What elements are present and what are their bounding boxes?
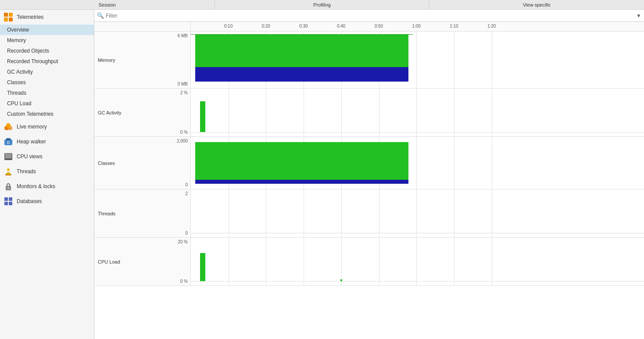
sidebar-section-threads[interactable]: Threads	[0, 164, 94, 179]
ruler-tick-030: 0:30	[299, 24, 308, 29]
sidebar-section-telemetries[interactable]: Telemetries	[0, 10, 94, 25]
svg-rect-22	[9, 202, 12, 205]
threads-y-max: 2	[185, 191, 188, 196]
memory-blue-fill	[195, 67, 408, 81]
svg-rect-8	[6, 138, 11, 140]
live-memory-label: Live memory	[17, 124, 47, 130]
monitors-label: Monitors & locks	[17, 183, 55, 189]
tab-view-specific[interactable]: View specific	[429, 0, 644, 9]
chart-label-gc: 2 % GC Activity 0 %	[94, 89, 191, 136]
cpu-load-row-name: CPU Load	[98, 259, 120, 264]
svg-rect-12	[5, 154, 11, 158]
monitors-icon	[4, 182, 13, 191]
cpu-load-y-max: 20 %	[178, 239, 188, 244]
chart-row-cpu-load: 20 % CPU Load 0 %	[94, 238, 644, 286]
svg-rect-16	[7, 168, 10, 171]
ruler-tick-040: 0:40	[337, 24, 345, 29]
svg-rect-0	[4, 13, 8, 17]
chart-row-classes: 2,000 Classes 0	[94, 137, 644, 189]
chart-label-cpu-load: 20 % CPU Load 0 %	[94, 238, 191, 285]
chart-canvas-cpu-load	[191, 238, 644, 285]
sidebar-item-cpu-load[interactable]: CPU Load	[0, 98, 94, 109]
svg-point-6	[6, 123, 11, 128]
ruler-tick-010: 0:10	[224, 24, 233, 29]
telemetries-label: Telemetries	[17, 14, 43, 20]
svg-rect-21	[4, 202, 8, 205]
databases-label: Databases	[17, 198, 42, 204]
databases-icon	[4, 196, 13, 206]
filter-input[interactable]	[106, 13, 636, 19]
chart-label-memory: 6 MB Memory 0 MB	[94, 32, 191, 88]
sidebar-section-databases[interactable]: Databases	[0, 194, 94, 209]
threads-baseline	[191, 233, 644, 233]
threads-y-min: 0	[185, 231, 188, 236]
threads-row-name: Threads	[98, 211, 115, 216]
chart-row-threads: 2 Threads 0	[94, 189, 644, 238]
gc-baseline	[191, 132, 644, 132]
svg-rect-3	[9, 18, 13, 21]
gc-spike	[200, 101, 205, 132]
svg-rect-14	[4, 153, 12, 154]
chart-row-memory: 6 MB Memory 0 MB	[94, 32, 644, 89]
memory-row-name: Memory	[98, 57, 115, 63]
svg-rect-20	[9, 197, 12, 201]
ruler-tick-100: 1:00	[412, 24, 420, 29]
cpu-views-icon	[4, 152, 13, 161]
classes-row-name: Classes	[98, 161, 115, 166]
tab-profiling[interactable]: Profiling	[215, 0, 430, 9]
ruler-tick-110: 1:10	[450, 24, 458, 29]
sidebar-item-gc-activity[interactable]: GC Activity	[0, 67, 94, 77]
gc-y-min: 0 %	[180, 130, 188, 135]
svg-rect-13	[5, 159, 11, 160]
chart-canvas-threads	[191, 189, 644, 237]
sidebar-section-cpu-views[interactable]: CPU views	[0, 149, 94, 164]
cpu-baseline	[191, 281, 644, 282]
svg-rect-1	[9, 13, 13, 17]
chart-label-classes: 2,000 Classes 0	[94, 137, 191, 189]
sidebar: Telemetries Overview Memory Recorded Obj…	[0, 10, 94, 339]
memory-top-line	[191, 34, 413, 35]
sidebar-section-monitors[interactable]: Monitors & locks	[0, 179, 94, 194]
ruler-label-col	[94, 22, 191, 31]
chart-label-threads: 2 Threads 0	[94, 189, 191, 237]
main-area: Telemetries Overview Memory Recorded Obj…	[0, 10, 644, 339]
sidebar-item-recorded-objects[interactable]: Recorded Objects	[0, 46, 94, 56]
heap-walker-icon	[4, 137, 13, 146]
sidebar-item-custom-telemetries[interactable]: Custom Telemetries	[0, 109, 94, 119]
top-tabs: Session Profiling View specific	[0, 0, 644, 10]
cpu-load-y-min: 0 %	[180, 279, 188, 284]
chart-canvas-gc	[191, 89, 644, 136]
gc-row-name: GC Activity	[98, 110, 122, 115]
search-icon: 🔍	[97, 12, 104, 19]
classes-blue-fill	[195, 180, 408, 184]
content-area: 🔍 ▼ 0:10 0:20 0:30 0:40 0:50	[94, 10, 644, 339]
ruler-tick-120: 1:20	[487, 24, 496, 29]
svg-point-10	[8, 142, 9, 143]
svg-rect-2	[4, 18, 8, 21]
cpu-spike-main	[200, 253, 205, 282]
classes-y-max: 2,000	[177, 139, 188, 143]
chart-canvas-memory	[191, 32, 644, 88]
svg-rect-19	[4, 197, 8, 201]
sidebar-section-live-memory[interactable]: Live memory	[0, 119, 94, 134]
filter-dropdown[interactable]: ▼	[636, 13, 641, 19]
sidebar-item-overview[interactable]: Overview	[0, 25, 94, 35]
timeline-ruler: 0:10 0:20 0:30 0:40 0:50 1:00 1:10 1:20	[191, 22, 644, 31]
sidebar-section-heap-walker[interactable]: Heap walker	[0, 134, 94, 149]
chart-row-gc: 2 % GC Activity 0 %	[94, 89, 644, 137]
tab-session[interactable]: Session	[0, 0, 215, 9]
classes-green-fill	[195, 142, 408, 180]
sidebar-item-threads-nav[interactable]: Threads	[0, 88, 94, 98]
cpu-views-label: CPU views	[17, 153, 43, 160]
threads-label: Threads	[17, 168, 36, 175]
threads-icon	[4, 167, 13, 176]
sidebar-item-classes[interactable]: Classes	[0, 77, 94, 88]
memory-y-min: 0 MB	[178, 82, 188, 86]
memory-green-fill	[195, 34, 408, 67]
sidebar-item-memory[interactable]: Memory	[0, 35, 94, 46]
gc-y-max: 2 %	[180, 90, 188, 95]
svg-point-18	[7, 187, 9, 189]
ruler-tick-020: 0:20	[261, 24, 270, 29]
live-memory-icon	[4, 122, 13, 132]
sidebar-item-recorded-throughput[interactable]: Recorded Throughput	[0, 56, 94, 67]
